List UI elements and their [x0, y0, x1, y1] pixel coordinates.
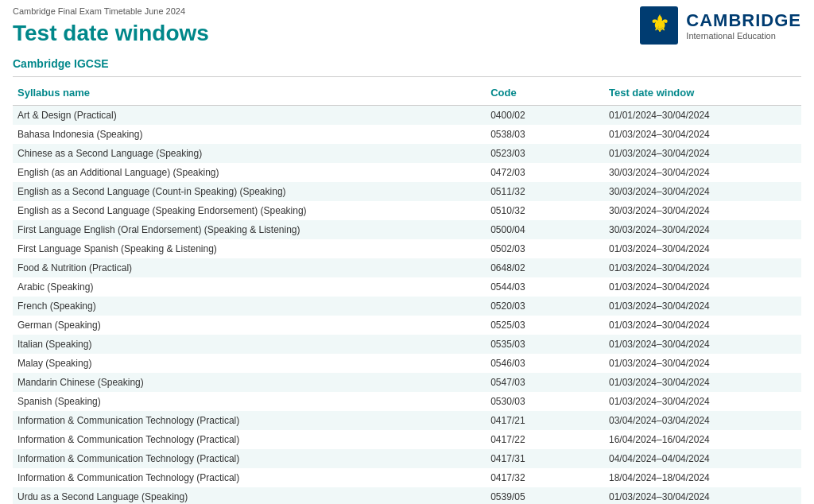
table-row: Arabic (Speaking)0544/0301/03/2024–30/04… — [13, 277, 801, 297]
logo-cambridge-text: CAMBRIDGE — [686, 10, 801, 31]
cell-code: 0472/03 — [486, 163, 604, 182]
table-header-row: Syllabus name Code Test date window — [13, 80, 801, 106]
table-row: Spanish (Speaking)0530/0301/03/2024–30/0… — [13, 392, 801, 411]
cell-syllabus: First Language Spanish (Speaking & Liste… — [13, 239, 486, 258]
cell-code: 0547/03 — [486, 373, 604, 392]
cell-syllabus: German (Speaking) — [13, 316, 486, 335]
cell-code: 0546/03 — [486, 354, 604, 373]
header-syllabus: Syllabus name — [13, 80, 486, 106]
header-window: Test date window — [604, 80, 801, 106]
table-row: Chinese as a Second Language (Speaking)0… — [13, 144, 801, 163]
table-row: English (as an Additional Language) (Spe… — [13, 163, 801, 182]
cell-window: 01/03/2024–30/04/2024 — [604, 487, 801, 504]
cell-code: 0417/32 — [486, 468, 604, 487]
cell-window: 01/03/2024–30/04/2024 — [604, 373, 801, 392]
cell-window: 01/03/2024–30/04/2024 — [604, 335, 801, 354]
cell-syllabus: Information & Communication Technology (… — [13, 449, 486, 468]
cell-window: 30/03/2024–30/04/2024 — [604, 201, 801, 220]
cell-syllabus: Malay (Speaking) — [13, 354, 486, 373]
table-row: English as a Second Language (Count-in S… — [13, 182, 801, 201]
cell-code: 0530/03 — [486, 392, 604, 411]
cell-syllabus: Urdu as a Second Language (Speaking) — [13, 487, 486, 504]
cell-window: 01/03/2024–30/04/2024 — [604, 239, 801, 258]
cell-window: 01/03/2024–30/04/2024 — [604, 258, 801, 277]
cell-window: 30/03/2024–30/04/2024 — [604, 220, 801, 239]
table-row: First Language Spanish (Speaking & Liste… — [13, 239, 801, 258]
subtitle: Cambridge Final Exam Timetable June 2024 — [13, 6, 209, 16]
cell-code: 0544/03 — [486, 277, 604, 297]
cell-syllabus: Spanish (Speaking) — [13, 392, 486, 411]
cell-code: 0520/03 — [486, 297, 604, 316]
cell-syllabus: Information & Communication Technology (… — [13, 468, 486, 487]
table-row: German (Speaking)0525/0301/03/2024–30/04… — [13, 316, 801, 335]
table-body: Art & Design (Practical)0400/0201/01/202… — [13, 106, 801, 505]
cell-syllabus: Information & Communication Technology (… — [13, 411, 486, 430]
logo-area: ⚜ CAMBRIDGE International Education — [640, 6, 801, 45]
cell-window: 01/01/2024–30/04/2024 — [604, 106, 801, 126]
cell-code: 0502/03 — [486, 239, 604, 258]
table-row: English as a Second Language (Speaking E… — [13, 201, 801, 220]
table-row: Bahasa Indonesia (Speaking)0538/0301/03/… — [13, 125, 801, 144]
cell-syllabus: First Language English (Oral Endorsement… — [13, 220, 486, 239]
cell-code: 0417/21 — [486, 411, 604, 430]
cell-window: 01/03/2024–30/04/2024 — [604, 354, 801, 373]
table-row: Malay (Speaking)0546/0301/03/2024–30/04/… — [13, 354, 801, 373]
cell-syllabus: Information & Communication Technology (… — [13, 430, 486, 449]
cell-window: 01/03/2024–30/04/2024 — [604, 392, 801, 411]
logo-international-text: International Education — [686, 31, 776, 41]
cell-syllabus: English (as an Additional Language) (Spe… — [13, 163, 486, 182]
cell-window: 01/03/2024–30/04/2024 — [604, 125, 801, 144]
cell-window: 01/03/2024–30/04/2024 — [604, 144, 801, 163]
cell-window: 01/03/2024–30/04/2024 — [604, 316, 801, 335]
cell-code: 0525/03 — [486, 316, 604, 335]
cell-code: 0539/05 — [486, 487, 604, 504]
table-row: French (Speaking)0520/0301/03/2024–30/04… — [13, 297, 801, 316]
cell-window: 30/03/2024–30/04/2024 — [604, 182, 801, 201]
section-title: Cambridge IGCSE — [0, 49, 814, 73]
timetable: Syllabus name Code Test date window Art … — [13, 80, 801, 504]
cell-code: 0417/22 — [486, 430, 604, 449]
cell-window: 03/04/2024–03/04/2024 — [604, 411, 801, 430]
cell-syllabus: Bahasa Indonesia (Speaking) — [13, 125, 486, 144]
cell-syllabus: English as a Second Language (Speaking E… — [13, 201, 486, 220]
cell-window: 01/03/2024–30/04/2024 — [604, 297, 801, 316]
cell-syllabus: Chinese as a Second Language (Speaking) — [13, 144, 486, 163]
table-row: Art & Design (Practical)0400/0201/01/202… — [13, 106, 801, 126]
table-container: Syllabus name Code Test date window Art … — [0, 80, 814, 504]
cell-syllabus: Food & Nutrition (Practical) — [13, 258, 486, 277]
cell-code: 0400/02 — [486, 106, 604, 126]
cambridge-crest-icon: ⚜ — [640, 6, 678, 45]
cell-code: 0510/32 — [486, 201, 604, 220]
header-code: Code — [486, 80, 604, 106]
logo-text: CAMBRIDGE International Education — [686, 10, 801, 41]
cell-window: 18/04/2024–18/04/2024 — [604, 468, 801, 487]
cell-syllabus: Arabic (Speaking) — [13, 277, 486, 297]
cell-code: 0648/02 — [486, 258, 604, 277]
cell-code: 0417/31 — [486, 449, 604, 468]
cell-code: 0511/32 — [486, 182, 604, 201]
table-row: First Language English (Oral Endorsement… — [13, 220, 801, 239]
table-row: Mandarin Chinese (Speaking)0547/0301/03/… — [13, 373, 801, 392]
page-title: Test date windows — [13, 21, 209, 46]
cell-code: 0523/03 — [486, 144, 604, 163]
table-row: Information & Communication Technology (… — [13, 411, 801, 430]
cell-window: 16/04/2024–16/04/2024 — [604, 430, 801, 449]
section-divider — [13, 76, 801, 77]
cell-window: 30/03/2024–30/04/2024 — [604, 163, 801, 182]
table-row: Urdu as a Second Language (Speaking)0539… — [13, 487, 801, 504]
cell-code: 0535/03 — [486, 335, 604, 354]
cell-syllabus: Italian (Speaking) — [13, 335, 486, 354]
top-bar-left: Cambridge Final Exam Timetable June 2024… — [13, 6, 209, 46]
table-row: Information & Communication Technology (… — [13, 430, 801, 449]
table-row: Information & Communication Technology (… — [13, 449, 801, 468]
cell-window: 04/04/2024–04/04/2024 — [604, 449, 801, 468]
cell-code: 0500/04 — [486, 220, 604, 239]
cell-syllabus: Mandarin Chinese (Speaking) — [13, 373, 486, 392]
table-row: Food & Nutrition (Practical)0648/0201/03… — [13, 258, 801, 277]
cell-syllabus: Art & Design (Practical) — [13, 106, 486, 126]
top-bar: Cambridge Final Exam Timetable June 2024… — [0, 0, 814, 49]
cell-syllabus: English as a Second Language (Count-in S… — [13, 182, 486, 201]
cell-code: 0538/03 — [486, 125, 604, 144]
table-row: Italian (Speaking)0535/0301/03/2024–30/0… — [13, 335, 801, 354]
svg-text:⚜: ⚜ — [649, 12, 669, 37]
